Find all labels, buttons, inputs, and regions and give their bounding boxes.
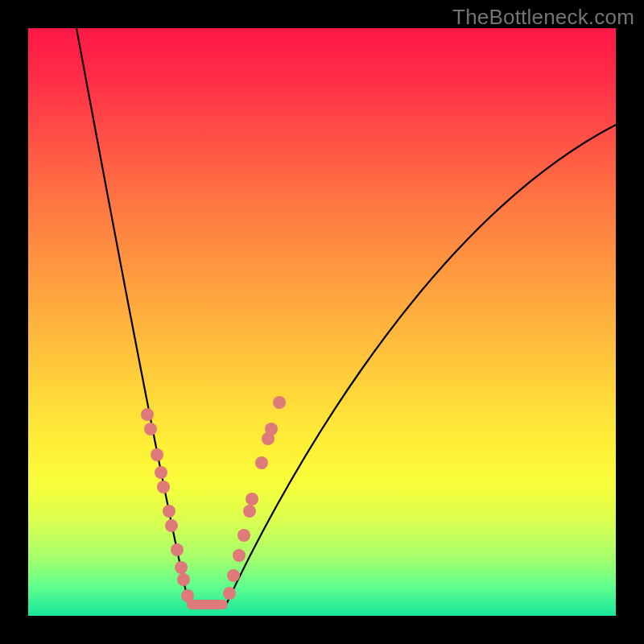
data-marker	[227, 569, 240, 582]
data-marker	[233, 549, 246, 562]
plot-area	[28, 28, 616, 616]
data-marker	[151, 448, 163, 461]
data-marker	[223, 587, 236, 600]
data-marker	[237, 529, 250, 542]
bottleneck-curve	[76, 28, 616, 606]
data-marker	[163, 505, 175, 518]
data-marker	[175, 561, 188, 574]
data-marker	[165, 519, 178, 532]
right-marker-group	[223, 396, 286, 600]
data-marker	[273, 396, 286, 409]
watermark-text: TheBottleneck.com	[452, 5, 634, 30]
chart-frame: TheBottleneck.com	[0, 0, 644, 644]
data-marker	[141, 408, 154, 421]
curve-svg	[28, 28, 616, 616]
data-marker	[144, 423, 157, 436]
data-marker	[243, 505, 256, 518]
left-marker-group	[141, 408, 194, 602]
data-marker	[246, 493, 258, 506]
data-marker	[171, 543, 184, 556]
data-marker	[157, 481, 170, 493]
data-marker	[255, 456, 268, 469]
data-marker	[265, 423, 278, 436]
data-marker	[155, 466, 167, 479]
data-marker	[177, 573, 190, 586]
